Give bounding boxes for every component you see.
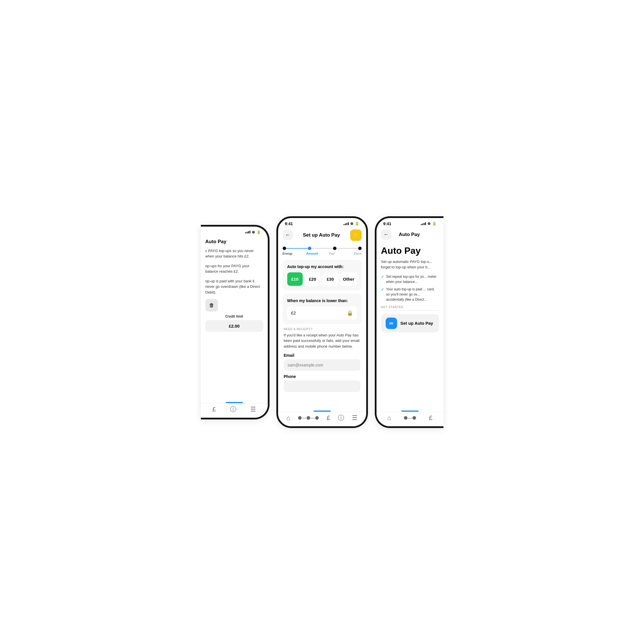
- status-icons-right: ⊜ 🔋: [421, 221, 437, 226]
- amount-btn-other[interactable]: Other: [340, 272, 357, 286]
- left-page-title: Auto Pay: [205, 239, 263, 245]
- step-dot-energy: [283, 247, 286, 250]
- status-icons-left: ⊜ 🔋: [245, 230, 261, 234]
- back-button-right[interactable]: ←: [381, 229, 391, 240]
- bottom-indicator-center: [314, 411, 331, 412]
- help-icon-left: ⓘ: [230, 406, 236, 413]
- currency-icon-left: £: [212, 406, 216, 413]
- credit-limit-value: £2.00: [205, 320, 263, 332]
- step-segment-3: [336, 248, 358, 249]
- bottom-nav-right: ⌂ ⬣—⬣ £: [377, 412, 443, 426]
- steps-line: [283, 247, 362, 250]
- time-center: 9:41: [285, 221, 293, 226]
- back-arrow-center: ←: [285, 232, 290, 238]
- status-icons-center: ⊜ 🔋: [344, 221, 359, 226]
- get-started-label: GET STARTED: [381, 306, 439, 309]
- bottom-indicator-container-center: [278, 409, 366, 412]
- nav-title-right: Auto Pay: [399, 232, 420, 237]
- bottom-nav-item-currency-left[interactable]: £: [212, 406, 216, 413]
- time-right: 9:41: [383, 221, 391, 226]
- autopay-desc: Set up automatic PAYG top-u... forget to…: [381, 259, 439, 270]
- check-text-2: Your auto top-up is paid ... card, so yo…: [386, 287, 439, 302]
- network-icon-right: ⬣—⬣: [404, 416, 416, 420]
- bottom-indicator-container-left: [201, 401, 268, 403]
- check-text-1: Set repeat top-ups for yo... meter when …: [386, 274, 439, 284]
- status-bar-left: ⊜ 🔋: [201, 227, 268, 235]
- step-dot-done: [358, 247, 362, 250]
- currency-icon-right: £: [429, 415, 432, 421]
- email-input[interactable]: [284, 359, 360, 371]
- amount-btn-30[interactable]: £30: [323, 272, 338, 286]
- credit-limit-section: Credit limit £2.00: [205, 314, 263, 332]
- step-label-amount: Amount: [302, 252, 322, 255]
- amount-btn-10[interactable]: £10: [287, 272, 303, 286]
- step-dot-pay: [333, 247, 336, 250]
- lightning-icon: ⚡: [352, 232, 359, 239]
- balance-value: £2: [291, 310, 296, 315]
- step-label-energy: Energy: [283, 252, 302, 255]
- left-phone: ⊜ 🔋 Auto Pay c PAYG top-ups so you never…: [201, 225, 270, 419]
- bottom-nav-menu-center[interactable]: ☰: [352, 415, 358, 421]
- bottom-nav-home-right[interactable]: ⌂: [387, 415, 391, 421]
- status-bar-center: 9:41 ⊜ 🔋: [278, 218, 366, 227]
- center-phone: 9:41 ⊜ 🔋 ← Set up Auto Pay ⚡: [276, 216, 368, 428]
- lock-icon: 🔒: [347, 310, 353, 316]
- topup-card: Auto top-up my account with: £10 £20 £30…: [283, 260, 362, 290]
- help-icon-center: ⓘ: [338, 415, 344, 421]
- action-button-center[interactable]: ⚡: [350, 229, 362, 241]
- delete-button[interactable]: 🗑: [205, 299, 218, 312]
- bottom-nav-currency-right[interactable]: £: [429, 415, 432, 421]
- center-body: Auto top-up my account with: £10 £20 £30…: [278, 256, 366, 409]
- balance-input-row: £2 🔒: [287, 306, 357, 320]
- bottom-nav-center: ⌂ ⬣—⬣—⬣ £ ⓘ ☰: [278, 412, 366, 426]
- nav-header-center: ← Set up Auto Pay ⚡: [278, 227, 366, 243]
- steps-container: Energy Amount Pay Done: [278, 243, 366, 256]
- bottom-nav-item-help-left[interactable]: ⓘ: [230, 406, 236, 413]
- battery-icon-left: 🔋: [256, 230, 261, 234]
- check-icon-1: ✓: [381, 274, 384, 280]
- signal-bars-center: [344, 222, 349, 225]
- check-item-1: ✓ Set repeat top-ups for yo... meter whe…: [381, 274, 439, 284]
- bottom-nav-network-center[interactable]: ⬣—⬣—⬣: [298, 416, 319, 420]
- wifi-icon-left: ⊜: [252, 230, 255, 234]
- check-icon-2: ✓: [381, 287, 384, 292]
- battery-icon-right: 🔋: [432, 221, 437, 226]
- nav-header-right: ← Auto Pay: [377, 227, 443, 242]
- bottom-indicator-right: [401, 411, 419, 412]
- left-content: Auto Pay c PAYG top-ups so you never whe…: [201, 235, 268, 401]
- phone-input[interactable]: [284, 381, 360, 392]
- amount-options: £10 £20 £30 Other: [287, 272, 357, 286]
- bottom-nav-help-center[interactable]: ⓘ: [338, 415, 344, 421]
- autopay-title: Auto Pay: [381, 245, 439, 256]
- network-icon-center: ⬣—⬣—⬣: [298, 416, 319, 420]
- right-content: Auto Pay Set up automatic PAYG top-u... …: [377, 242, 443, 409]
- receipt-label: NEED A RECEIPT?: [284, 328, 360, 331]
- check-item-2: ✓ Your auto top-up is paid ... card, so …: [381, 287, 439, 302]
- status-bar-right: 9:41 ⊜ 🔋: [377, 218, 443, 227]
- receipt-section: NEED A RECEIPT? If you'd like a receipt …: [283, 328, 362, 396]
- step-dot-amount: [308, 247, 311, 250]
- delete-icon: 🗑: [209, 302, 214, 308]
- email-label: Email: [284, 353, 360, 358]
- amount-btn-20[interactable]: £20: [305, 272, 320, 286]
- bottom-indicator-container-right: [377, 409, 443, 412]
- step-label-done: Done: [342, 252, 362, 255]
- bottom-nav-network-right[interactable]: ⬣—⬣: [404, 416, 416, 420]
- balance-card-title: When my balance is lower than:: [287, 298, 357, 303]
- bottom-nav-currency-center[interactable]: £: [327, 415, 330, 421]
- signal-bars-left: [245, 231, 250, 233]
- setup-autopay-button[interactable]: ∞ Set up Auto Pay: [381, 314, 439, 332]
- home-icon-right: ⌂: [387, 415, 391, 421]
- back-arrow-right: ←: [384, 231, 389, 237]
- autopay-icon: ∞: [386, 318, 397, 329]
- screen-container: ⊜ 🔋 Auto Pay c PAYG top-ups so you never…: [165, 216, 479, 428]
- step-labels: Energy Amount Pay Done: [283, 252, 362, 255]
- back-button-center[interactable]: ←: [283, 230, 293, 240]
- wifi-icon-right: ⊜: [427, 221, 431, 226]
- step-segment-1: [286, 248, 308, 249]
- bottom-nav-home-center[interactable]: ⌂: [286, 415, 290, 421]
- bottom-nav-item-menu-left[interactable]: ☰: [250, 406, 256, 413]
- bottom-indicator-left: [226, 402, 243, 403]
- nav-title-center: Set up Auto Pay: [303, 232, 340, 238]
- left-body-text-1: c PAYG top-ups so you never when your ba…: [205, 248, 263, 259]
